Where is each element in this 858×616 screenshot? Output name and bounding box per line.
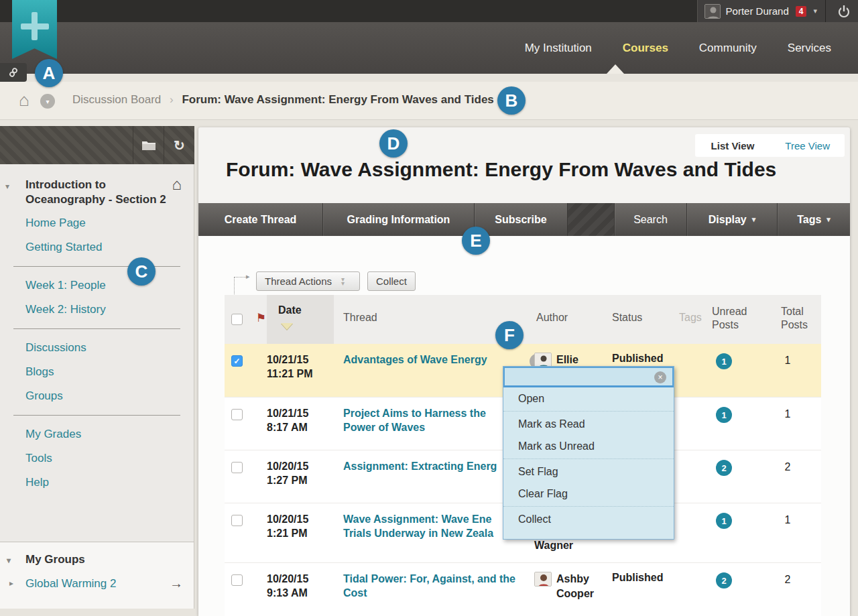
permalink-button[interactable] [0,63,27,82]
action-bar-spacer [568,203,615,236]
annotation-badge-d: D [379,129,408,158]
thread-link[interactable]: Advantages of Wave Energy [343,353,544,367]
author-name: Ellie [556,354,578,365]
thread-date: 10/20/15 [267,512,337,526]
context-menu-header: × [503,367,674,387]
action-bar: Create Thread Grading Information Subscr… [198,203,850,236]
thread-link[interactable]: Tidal Power: For, Against, and theCost [343,572,544,600]
sidebar-item-tools[interactable]: Tools [0,442,194,467]
row-checkbox[interactable]: ✓ [231,355,243,367]
menu-item-clear-flag[interactable]: Clear Flag [503,483,674,505]
active-tab-pointer [607,64,624,74]
thread-time: 9:13 AM [267,586,337,600]
sidebar-item-week-1[interactable]: Week 1: People [0,269,194,294]
divider [503,458,674,459]
arrow-head-icon: ▸ [246,272,250,281]
thread-actions-button[interactable]: Thread Actions ▾▾ [256,271,360,291]
menu-item-mark-as-read[interactable]: Mark as Read [503,413,674,435]
unread-count-badge[interactable]: 2 [716,460,732,476]
notification-badge[interactable]: 4 [796,6,807,17]
column-author[interactable]: Author [536,312,568,324]
tab-my-institution[interactable]: My Institution [525,42,592,55]
folder-view-button[interactable] [133,126,164,164]
tab-tree-view[interactable]: Tree View [770,140,845,151]
page-title: Forum: Wave Assignment: Energy From Wave… [226,158,776,181]
menu-item-collect[interactable]: Collect [503,508,674,530]
close-icon[interactable]: × [654,371,666,383]
breadcrumb-menu-button[interactable]: ▾ [40,94,55,109]
sidebar-item-discussions[interactable]: Discussions [0,332,194,356]
sidebar-item-my-grades[interactable]: My Grades [0,418,194,442]
logout-button[interactable] [834,5,854,18]
expand-caret-icon[interactable]: ▸ [9,578,13,588]
total-posts: 1 [774,355,801,367]
row-checkbox[interactable] [231,515,243,526]
sidebar-item-global-warming-2[interactable]: Global Warming 2 [25,577,116,590]
search-button[interactable]: Search [615,203,687,236]
column-unread-posts[interactable]: Unread Posts [712,305,759,332]
refresh-button[interactable]: ↻ [164,126,194,164]
display-menu-button[interactable]: Display▾ [687,203,778,236]
chevron-down-icon: ▾ [813,7,817,15]
thread-time: 11:21 PM [267,367,337,381]
row-checkbox[interactable] [231,462,243,473]
divider [825,0,826,22]
unread-count-badge[interactable]: 2 [716,572,732,589]
author-name: Ashby Cooper [556,573,594,599]
home-icon[interactable]: ⌂ [19,90,29,111]
sidebar-item-home-page[interactable]: Home Page [0,207,194,231]
breadcrumb-discussion-board[interactable]: Discussion Board [72,93,161,106]
divider [13,415,180,416]
sidebar-item-getting-started[interactable]: Getting Started [0,231,194,255]
total-posts: 1 [774,408,801,420]
course-title[interactable]: Introduction to Oceanography - Section 2 [25,178,170,207]
active-view-pointer [721,151,731,156]
refresh-icon: ↻ [174,137,185,153]
menu-item-mark-as-unread[interactable]: Mark as Unread [503,435,674,457]
user-menu[interactable]: Porter Durand 4 ▾ [697,0,858,22]
view-toggle: List View Tree View [695,134,845,157]
select-all-checkbox[interactable] [231,314,243,325]
column-thread[interactable]: Thread [343,312,377,324]
link-icon [6,65,21,80]
menu-item-set-flag[interactable]: Set Flag [503,460,674,483]
grading-information-button[interactable]: Grading Information [323,203,475,236]
subscribe-button[interactable]: Subscribe [475,203,568,236]
sort-descending-icon[interactable] [281,323,293,330]
row-checkbox[interactable] [231,409,243,420]
tab-services[interactable]: Services [788,42,831,55]
my-groups-panel: ▾ My Groups ▸ Global Warming 2 → [0,542,194,609]
unread-count-badge[interactable]: 1 [716,353,732,369]
sidebar-item-blogs[interactable]: Blogs [0,356,194,380]
unread-count-badge[interactable]: 1 [716,407,732,423]
arrow-right-icon[interactable]: → [170,576,183,591]
top-bar: Porter Durand 4 ▾ [0,0,858,22]
column-total-posts[interactable]: Total Posts [781,305,817,332]
column-date[interactable]: Date [278,304,302,316]
menu-item-open[interactable]: Open [503,387,674,410]
tab-list-view[interactable]: List View [695,140,771,151]
chevron-down-icon: ▾ [752,215,756,224]
annotation-badge-f: F [495,321,524,349]
collect-button[interactable]: Collect [367,271,416,291]
tab-community[interactable]: Community [699,42,757,55]
tags-menu-button[interactable]: Tags▾ [778,203,850,236]
sidebar-item-groups[interactable]: Groups [0,380,194,404]
tab-courses[interactable]: Courses [623,42,668,55]
divider [13,328,180,329]
main-nav: My Institution Courses Community Service… [0,22,858,74]
create-thread-button[interactable]: Create Thread [198,203,323,236]
course-home-icon[interactable]: ⌂ [172,175,182,194]
row-checkbox[interactable] [231,574,243,586]
unread-count-badge[interactable]: 1 [716,513,732,529]
annotation-badge-a: A [35,59,63,87]
collapse-caret-icon[interactable]: ▾ [7,556,11,565]
user-avatar [704,4,721,19]
sidebar-item-help[interactable]: Help [0,467,194,491]
collapse-caret-icon[interactable]: ▾ [5,182,9,191]
thread-time: 8:17 AM [267,420,337,434]
total-posts: 2 [774,461,801,473]
divider [503,411,674,412]
sidebar-item-week-2[interactable]: Week 2: History [0,294,194,318]
column-status[interactable]: Status [612,312,642,324]
